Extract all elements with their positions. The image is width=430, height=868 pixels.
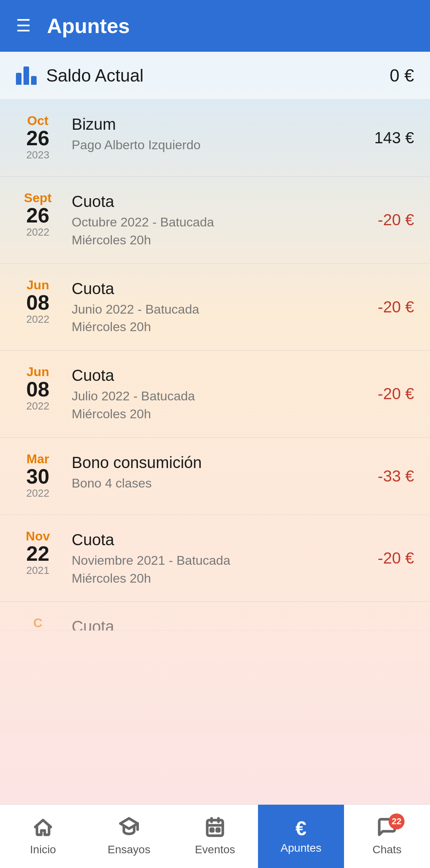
nav-label-eventos: Eventos [195, 843, 235, 856]
svg-rect-5 [211, 829, 213, 831]
nav-item-ensayos[interactable]: Ensayos [86, 805, 172, 868]
transaction-amount: -20 € [362, 549, 414, 567]
nav-label-apuntes: Apuntes [281, 842, 322, 854]
transaction-subtitle: Noviembre 2021 - BatucadaMiércoles 20h [72, 552, 350, 587]
date-year: 2023 [16, 148, 60, 162]
svg-rect-6 [217, 829, 219, 831]
hat-icon [119, 817, 139, 840]
nav-item-eventos[interactable]: Eventos [172, 805, 258, 868]
table-row[interactable]: Mar 30 2022 Bono consumición Bono 4 clas… [0, 438, 430, 515]
saldo-amount: 0 € [390, 66, 414, 86]
transaction-amount: -33 € [362, 467, 414, 485]
table-row[interactable]: C Cuota [0, 602, 430, 631]
transaction-subtitle: Julio 2022 - BatucadaMiércoles 20h [72, 387, 350, 423]
date-month: Jun [16, 278, 60, 292]
chat-badge-count: 22 [389, 813, 405, 829]
transaction-title: Cuota [72, 616, 414, 631]
table-row[interactable]: Nov 22 2021 Cuota Noviembre 2021 - Batuc… [0, 515, 430, 602]
transaction-details: Bono consumición Bono 4 clases [72, 452, 350, 492]
transaction-details: Cuota [72, 616, 414, 631]
table-row[interactable]: Jun 08 2022 Cuota Junio 2022 - BatucadaM… [0, 264, 430, 351]
date-month: Sept [16, 191, 60, 205]
transaction-amount: 143 € [362, 129, 414, 147]
nav-label-inicio: Inicio [30, 843, 56, 856]
transaction-title: Cuota [72, 278, 350, 299]
date-month: C [16, 616, 60, 630]
date-day: 08 [16, 292, 60, 313]
transaction-title: Cuota [72, 191, 350, 212]
date-year: 2021 [16, 564, 60, 577]
date-month: Mar [16, 452, 60, 466]
nav-item-apuntes[interactable]: € Apuntes [258, 805, 344, 868]
transaction-subtitle: Junio 2022 - BatucadaMiércoles 20h [72, 300, 350, 336]
nav-item-inicio[interactable]: Inicio [0, 805, 86, 868]
svg-rect-1 [207, 820, 223, 836]
date-day: 26 [16, 205, 60, 226]
date-year: 2022 [16, 313, 60, 326]
transaction-subtitle: Octubre 2022 - BatucadaMiércoles 20h [72, 213, 350, 249]
content-area: Saldo Actual 0 € Oct 26 2023 Bizum Pago … [0, 52, 430, 804]
nav-item-chats[interactable]: 22 Chats [344, 805, 430, 868]
transaction-details: Cuota Junio 2022 - BatucadaMiércoles 20h [72, 278, 350, 336]
transaction-subtitle: Bono 4 clases [72, 474, 350, 492]
table-row[interactable]: Sept 26 2022 Cuota Octubre 2022 - Batuca… [0, 177, 430, 264]
date-year: 2022 [16, 400, 60, 413]
home-icon [33, 817, 53, 840]
menu-icon[interactable]: ☰ [16, 18, 31, 34]
app-header: ☰ Apuntes [0, 0, 430, 52]
saldo-label: Saldo Actual [46, 66, 390, 86]
chat-icon: 22 [377, 817, 397, 840]
table-row[interactable]: Oct 26 2023 Bizum Pago Alberto Izquierdo… [0, 99, 430, 177]
calendar-icon [205, 817, 225, 840]
date-column: Mar 30 2022 [16, 452, 60, 500]
nav-label-chats: Chats [372, 843, 401, 856]
nav-label-ensayos: Ensayos [108, 843, 150, 856]
transaction-title: Bono consumición [72, 452, 350, 473]
transaction-amount: -20 € [362, 298, 414, 316]
date-column: Nov 22 2021 [16, 529, 60, 577]
transaction-details: Cuota Noviembre 2021 - BatucadaMiércoles… [72, 529, 350, 587]
date-day: 30 [16, 466, 60, 487]
table-row[interactable]: Jun 08 2022 Cuota Julio 2022 - BatucadaM… [0, 351, 430, 438]
date-year: 2022 [16, 487, 60, 500]
transaction-amount: -20 € [362, 385, 414, 403]
date-column: Oct 26 2023 [16, 114, 60, 162]
transaction-details: Cuota Julio 2022 - BatucadaMiércoles 20h [72, 365, 350, 423]
date-column: Jun 08 2022 [16, 365, 60, 413]
date-year: 2022 [16, 226, 60, 239]
date-month: Oct [16, 114, 60, 128]
transaction-title: Cuota [72, 529, 350, 550]
transaction-amount: -20 € [362, 211, 414, 229]
date-day: 08 [16, 379, 60, 400]
date-month: Nov [16, 529, 60, 543]
date-day: 26 [16, 128, 60, 148]
bar-chart-icon [16, 66, 37, 85]
transaction-title: Cuota [72, 365, 350, 386]
date-column: Sept 26 2022 [16, 191, 60, 239]
date-column: C [16, 616, 60, 630]
bottom-navigation: Inicio Ensayos Eventos € Apuntes [0, 804, 430, 868]
saldo-card[interactable]: Saldo Actual 0 € [0, 52, 430, 99]
transaction-details: Bizum Pago Alberto Izquierdo [72, 114, 350, 154]
transaction-subtitle: Pago Alberto Izquierdo [72, 136, 350, 154]
page-title: Apuntes [47, 14, 130, 38]
date-day: 22 [16, 543, 60, 564]
transaction-title: Bizum [72, 114, 350, 135]
transaction-details: Cuota Octubre 2022 - BatucadaMiércoles 2… [72, 191, 350, 249]
transactions-list: Oct 26 2023 Bizum Pago Alberto Izquierdo… [0, 99, 430, 631]
euro-icon: € [295, 819, 307, 839]
date-month: Jun [16, 365, 60, 379]
date-column: Jun 08 2022 [16, 278, 60, 326]
